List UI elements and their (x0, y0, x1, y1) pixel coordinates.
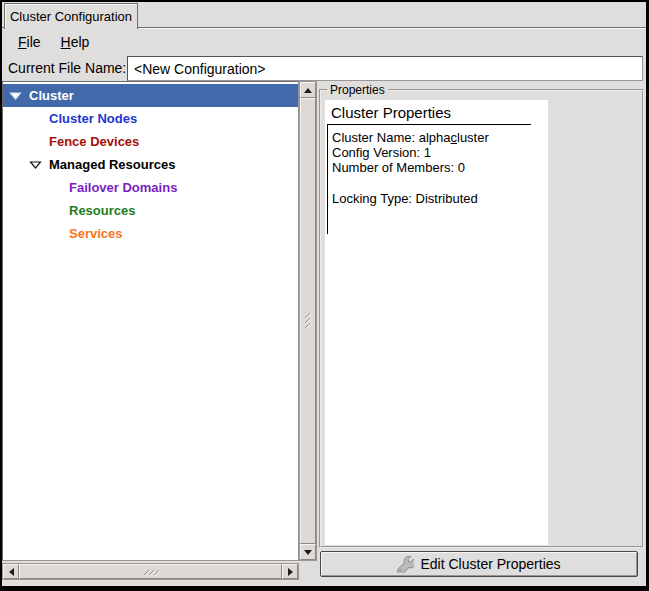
current-file-name-label: Current File Name: (8, 55, 126, 81)
tree-item-resources[interactable]: Resources (3, 199, 298, 222)
horizontal-scrollbar-thumb[interactable] (19, 564, 282, 579)
properties-content: Cluster Properties Cluster Name: alphacl… (325, 100, 548, 545)
menu-item-file[interactable]: File (8, 31, 51, 53)
properties-fields: Cluster Name: alphacluster Config Versio… (327, 125, 548, 234)
current-file-name-input[interactable] (127, 56, 643, 81)
menu-help-mnemonic: H (61, 34, 71, 50)
tree-item-cluster-nodes[interactable]: Cluster Nodes (3, 107, 298, 130)
menu-item-help[interactable]: Help (51, 31, 100, 53)
tree-item-label: Services (69, 226, 123, 241)
tree-item-fence-devices[interactable]: Fence Devices (3, 130, 298, 153)
cluster-configuration-window: Cluster Configuration File Help Current … (0, 0, 649, 591)
menu-file-rest: ile (27, 34, 41, 50)
scroll-right-button[interactable] (282, 564, 298, 579)
menu-help-rest: elp (71, 34, 90, 50)
scroll-right-icon (288, 568, 293, 576)
edit-cluster-properties-button[interactable]: Edit Cluster Properties (320, 551, 638, 577)
cluster-name-value: Cluster Name: alphacluster (332, 130, 548, 145)
scroll-down-icon (304, 550, 312, 555)
tree-item-label: Cluster Nodes (49, 111, 137, 126)
scrollbar-grip-icon (303, 312, 313, 330)
wrench-icon (397, 556, 414, 573)
tree-item-label: Managed Resources (49, 157, 175, 172)
scroll-up-icon (304, 88, 312, 93)
scroll-left-icon (9, 568, 14, 576)
scroll-down-button[interactable] (300, 544, 316, 560)
tree-item-cluster[interactable]: Cluster (3, 84, 298, 107)
properties-frame: Properties Cluster Properties Cluster Na… (319, 89, 644, 548)
config-version-value: Config Version: 1 (332, 145, 548, 160)
locking-type-value: Locking Type: Distributed (332, 191, 548, 206)
scroll-left-button[interactable] (3, 564, 19, 579)
cluster-name-post: luster (457, 130, 489, 145)
spacer (332, 175, 548, 191)
number-of-members-value: Number of Members: 0 (332, 160, 548, 175)
properties-frame-label: Properties (327, 83, 388, 97)
tree-item-services[interactable]: Services (3, 222, 298, 245)
tab-label: Cluster Configuration (10, 9, 132, 24)
tab-cluster-configuration[interactable]: Cluster Configuration (4, 3, 138, 29)
cluster-name-pre: Cluster Name: alpha (332, 130, 451, 145)
tree-item-failover-domains[interactable]: Failover Domains (3, 176, 298, 199)
triangle-down-expander-icon[interactable] (9, 90, 29, 101)
tree-item-label: Fence Devices (49, 134, 139, 149)
vertical-scrollbar-thumb[interactable] (300, 98, 316, 544)
tree-horizontal-scrollbar[interactable] (2, 563, 299, 580)
scroll-up-button[interactable] (300, 82, 316, 98)
edit-button-label: Edit Cluster Properties (420, 556, 560, 572)
tree-vertical-scrollbar[interactable] (299, 81, 317, 561)
menu-file-mnemonic: F (18, 34, 27, 50)
tree-item-label: Failover Domains (69, 180, 177, 195)
triangle-down-expander-icon[interactable] (29, 159, 49, 170)
scrollbar-grip-icon (142, 567, 160, 577)
tree-item-managed-resources[interactable]: Managed Resources (3, 153, 298, 176)
tree-item-label: Cluster (29, 88, 74, 103)
menubar: File Help (2, 29, 646, 55)
tree-item-label: Resources (69, 203, 135, 218)
tree-view[interactable]: ClusterCluster NodesFence DevicesManaged… (2, 81, 299, 561)
properties-heading: Cluster Properties (325, 100, 548, 124)
